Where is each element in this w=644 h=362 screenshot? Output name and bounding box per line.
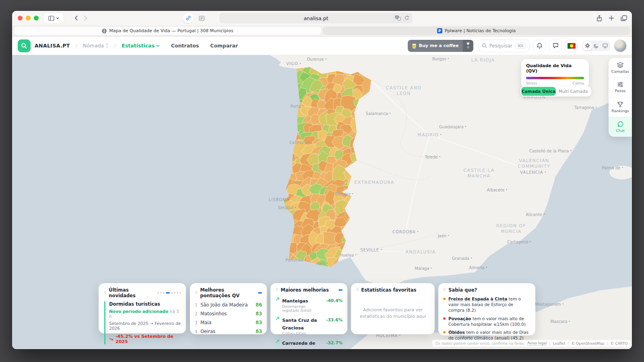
card-pontuacoes: ⠿ Melhores pontuações QV 1 São João da M… [190,283,267,334]
fact-municipality[interactable]: Óbidos [448,330,465,335]
rail-item-chat[interactable]: Chat [609,117,632,137]
rail-item-camadas[interactable]: Camadas [609,58,632,78]
brand-name[interactable]: ANALISA.PT [35,43,70,49]
minimize-window-button[interactable] [26,16,31,21]
fact-municipality[interactable]: Freixo de Espada à Cinta [448,296,507,302]
leaflet-link[interactable]: Leaflet [553,341,566,346]
single-layer-button[interactable]: Camada Única [521,87,556,96]
tab-overview-icon[interactable] [621,15,627,21]
card-favoritas: ⠿ Estatísticas favoritas Adicione favori… [351,283,435,334]
pplware-favicon: P [437,28,442,33]
back-button[interactable] [74,15,78,21]
rail-item-rankings[interactable]: Rankings [609,97,632,117]
address-bar[interactable]: analisa.pt A [219,13,413,23]
drag-handle-icon[interactable]: ⠿ [356,288,359,292]
drag-handle-icon[interactable]: ⠿ [195,291,198,295]
osm-link[interactable]: © OpenStreetMap [571,341,604,346]
drag-handle-icon[interactable]: ⠿ [275,288,278,292]
magnifier-icon [21,43,27,49]
theme-switcher [582,41,610,51]
improvement-row[interactable]: Carrazeda de AnsiãesPreço de compra (€/m… [270,337,347,349]
fact-municipality[interactable]: Povoação [448,316,471,321]
map-attribution: Os dados podem conter erros; confirme na… [432,340,631,347]
improvement-row[interactable]: ManteigasDesemprego registado (total) -4… [270,295,347,314]
coffee-likes: ♥ 0 [463,40,473,52]
layers-icon [617,62,623,68]
pagination-indicator[interactable] [339,289,343,291]
theme-light-button[interactable] [583,41,592,50]
link-button[interactable] [183,13,194,23]
legend-gradient-bar [526,77,584,79]
portugal-flag-icon [568,43,576,49]
share-icon[interactable] [597,15,602,22]
ranking-row[interactable]: 3 Maia 83 [190,318,267,327]
sliders-icon [617,82,623,87]
map-canvas[interactable]: VIGOOurenseBurgosLA RIOJACASTILE AND LEÓ… [12,55,632,349]
nav-nomada[interactable]: Nómada [83,43,109,49]
tab-active[interactable]: Mapa de Qualidade de Vida — Portugal | 3… [14,27,321,35]
trend-up-icon [275,297,279,301]
notifications-button[interactable] [533,39,546,52]
drag-handle-icon[interactable]: ⠿ [103,291,106,295]
carto-link[interactable]: © CARTO [611,341,627,346]
news-status: Novo período adicionado [109,309,168,314]
feedback-button[interactable] [549,39,562,52]
theme-dark-button[interactable] [592,41,601,50]
close-window-button[interactable] [18,16,23,21]
legend-max-label: Calma [572,81,584,85]
card-novidades: ⠿ Últimas novidades Dormidas turísticas … [99,283,186,333]
forward-button[interactable] [84,15,87,21]
theme-system-button[interactable] [601,41,609,50]
multi-layer-button[interactable]: Multi Camada [556,87,590,96]
qv-legend: Qualidade de Vida (QV) Stress Calma [521,59,589,88]
pagination-indicator[interactable] [258,292,262,294]
user-avatar[interactable] [614,40,626,52]
tools-rail: Camadas Pesos Rankings Chat [609,58,632,137]
ranking-row[interactable]: 2 Matosinhos 83 [190,309,267,318]
shortcut-badge: ⌘K [515,43,526,49]
nav-contratos[interactable]: Contratos [171,43,199,49]
reload-icon[interactable] [404,15,409,21]
news-period: Setembro de 2025 → Fevereiro de 2026 [109,321,181,331]
buy-coffee-button[interactable]: Buy me a coffee ♥ 0 [408,40,473,52]
card-title: Sabia que? [448,287,530,293]
drag-handle-icon[interactable]: ⠿ [443,288,446,292]
search-input[interactable]: Pesquisar ⌘K [478,39,530,52]
tab-title: Mapa de Qualidade de Vida — Portugal | 3… [109,28,233,33]
fact-dot [443,317,446,320]
window-controls [18,16,39,21]
card-melhorias: ⠿ Maiores melhorias ManteigasDesemprego … [270,283,347,334]
breadcrumb-separator: / [114,43,116,49]
sidebar-toggle-button[interactable] [43,13,64,23]
link-icon [186,15,191,21]
legal-link[interactable]: Aviso legal [527,341,547,346]
trend-down-icon [109,337,114,341]
site-logo[interactable] [18,39,31,52]
trophy-icon [617,101,623,107]
fact-item: Freixo de Espada à Cinta tem o valor mai… [438,295,535,315]
translate-icon[interactable]: A [395,15,401,21]
sidebar-icon [48,16,54,21]
breadcrumb-separator: / [76,43,77,49]
new-tab-icon[interactable] [609,15,614,21]
zoom-window-button[interactable] [34,16,39,21]
site-header: ANALISA.PT / Nómada / Estatísticas Contr… [12,37,632,55]
rail-item-pesos[interactable]: Pesos [609,78,632,97]
ranking-row[interactable]: 4 Oeiras 83 [190,327,267,336]
tab-title: Pplware | Notícias de Tecnologia [445,28,516,33]
nav-comparar[interactable]: Comparar [210,43,238,49]
favorites-empty-state: Adicione favoritos para ver estatísticas… [351,295,435,320]
chevron-down-icon [156,45,160,47]
improvement-row[interactable]: Santa Cruz da GraciosaCrimes totais -33.… [270,314,347,337]
language-button[interactable] [565,39,578,52]
news-item-title: Dormidas turísticas [109,301,181,307]
nav-estatisticas[interactable]: Estatísticas [122,43,160,49]
card-title: Estatísticas favoritas [361,287,430,293]
fact-item: Povoação tem o valor mais alto de Cobert… [438,315,535,328]
history-nav [68,13,93,23]
tab-inactive[interactable]: P Pplware | Notícias de Tecnologia [323,27,630,35]
news-change-value: -45.2% vs Setembro de 2025 [116,334,181,344]
pagination-dots[interactable] [157,292,181,294]
reader-button[interactable] [196,13,207,23]
ranking-row[interactable]: 1 São João da Madeira 86 [190,300,267,309]
